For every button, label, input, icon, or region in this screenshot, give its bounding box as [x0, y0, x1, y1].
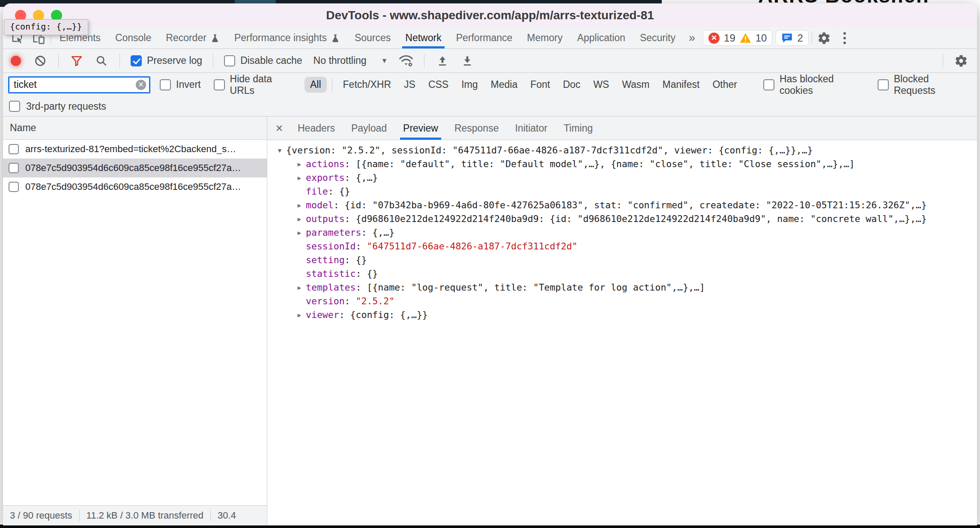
hide-data-urls-control[interactable]: Hide data URLs — [210, 73, 299, 96]
filter-chip-all[interactable]: All — [305, 77, 327, 93]
settings-gear-icon[interactable] — [813, 27, 835, 48]
json-expandable-line[interactable]: ▶viewer: {config: {,…}} — [270, 308, 977, 322]
triangle-collapsed-icon[interactable]: ▶ — [293, 226, 306, 240]
more-tabs-button[interactable]: » — [683, 27, 701, 48]
triangle-collapsed-icon[interactable]: ▶ — [293, 198, 306, 212]
table-row[interactable]: 078e7c5d903954d6c609ca85ce98f16ce955cf27… — [3, 177, 267, 196]
third-party-checkbox[interactable] — [9, 101, 20, 112]
table-row[interactable]: arrs-texturized-81?embed=ticket%2Cbacken… — [3, 140, 267, 159]
detail-tab-response[interactable]: Response — [446, 117, 507, 140]
third-party-row: 3rd-party requests — [3, 96, 977, 117]
json-expandable-line[interactable]: ▶outputs: {d968610e212de124922d214f240ba… — [270, 212, 977, 226]
disable-cache-checkbox[interactable] — [224, 55, 235, 66]
triangle-collapsed-icon[interactable]: ▶ — [293, 281, 306, 294]
request-detail-pane: × HeadersPayloadPreviewResponseInitiator… — [267, 117, 977, 525]
triangle-collapsed-icon[interactable]: ▶ — [293, 212, 306, 226]
export-har-icon[interactable] — [457, 55, 478, 67]
detail-tab-headers[interactable]: Headers — [290, 117, 343, 140]
invert-control[interactable]: Invert — [156, 79, 204, 90]
json-expandable-line[interactable]: ▶parameters: {,…} — [270, 226, 977, 240]
filter-input[interactable] — [8, 76, 150, 93]
filter-chip-css[interactable]: CSS — [423, 77, 454, 93]
preserve-log-checkbox[interactable] — [131, 55, 142, 66]
tab-application[interactable]: Application — [570, 27, 633, 48]
request-row-checkbox[interactable] — [9, 144, 19, 154]
preserve-log-control[interactable]: Preserve log — [127, 55, 206, 66]
request-name: 078e7c5d903954d6c609ca85ce98f16ce955cf27… — [25, 162, 241, 174]
throttling-select[interactable]: No throttling ▼ — [309, 55, 392, 66]
invert-checkbox[interactable] — [160, 79, 171, 90]
filter-chip-other[interactable]: Other — [707, 77, 743, 93]
name-column-header[interactable]: Name — [3, 117, 267, 140]
network-conditions-icon[interactable] — [395, 54, 417, 67]
blocked-requests-checkbox[interactable] — [878, 79, 889, 90]
json-key: actions — [306, 159, 345, 169]
record-button[interactable] — [11, 56, 21, 66]
json-key: sessionId — [306, 241, 356, 252]
triangle-collapsed-icon[interactable]: ▶ — [293, 157, 306, 171]
json-expandable-line[interactable]: ▶templates: [{name: "log-request", title… — [270, 281, 977, 294]
tab-network[interactable]: Network — [398, 27, 448, 48]
json-line: statistic: {} — [270, 267, 977, 281]
request-row-checkbox[interactable] — [9, 163, 19, 173]
filter-chip-img[interactable]: Img — [456, 77, 483, 93]
json-key: parameters — [306, 227, 361, 238]
blocked-requests-control[interactable]: Blocked Requests — [874, 73, 972, 96]
network-settings-gear-icon[interactable] — [950, 54, 972, 68]
detail-tab-initiator[interactable]: Initiator — [507, 117, 555, 140]
triangle-collapsed-icon[interactable]: ▶ — [293, 308, 306, 322]
import-har-icon[interactable] — [432, 55, 453, 67]
detail-tab-timing[interactable]: Timing — [556, 117, 601, 140]
filter-chip-media[interactable]: Media — [485, 77, 523, 93]
json-expandable-line[interactable]: ▶actions: [{name: "default", title: "Def… — [270, 157, 977, 171]
triangle-expanded-icon[interactable]: ▼ — [273, 144, 286, 157]
json-key: templates — [306, 282, 356, 293]
json-text: : {config: {,…}} — [339, 309, 428, 320]
has-blocked-cookies-checkbox[interactable] — [763, 79, 774, 90]
table-row[interactable]: 078e7c5d903954d6c609ca85ce98f16ce955cf27… — [3, 159, 267, 177]
tab-label: Network — [405, 32, 441, 44]
filter-chip-doc[interactable]: Doc — [557, 77, 586, 93]
tab-security[interactable]: Security — [633, 27, 683, 48]
tab-console[interactable]: Console — [108, 27, 158, 48]
json-expandable-line[interactable]: ▶exports: {,…} — [270, 171, 977, 185]
triangle-collapsed-icon[interactable]: ▶ — [293, 171, 306, 185]
tab-performance[interactable]: Performance — [449, 27, 520, 48]
filter-chip-ws[interactable]: WS — [588, 77, 615, 93]
json-key: viewer — [306, 309, 339, 320]
more-options-icon[interactable] — [835, 27, 855, 48]
tab-recorder[interactable]: Recorder — [158, 27, 227, 48]
error-count: 19 — [724, 32, 735, 44]
filter-chip-manifest[interactable]: Manifest — [657, 77, 705, 93]
toolbar-separator — [120, 54, 120, 68]
json-key: statistic — [306, 268, 356, 279]
json-line: version: "2.5.2" — [270, 294, 977, 308]
has-blocked-cookies-control[interactable]: Has blocked cookies — [760, 73, 868, 96]
filter-funnel-icon[interactable] — [66, 55, 87, 66]
filter-chip-fetch-xhr[interactable]: Fetch/XHR — [338, 77, 397, 93]
filter-chip-font[interactable]: Font — [525, 77, 556, 93]
chip-separator — [332, 78, 332, 92]
toolbar-separator — [213, 54, 213, 68]
clear-network-log-icon[interactable] — [30, 55, 51, 67]
search-icon[interactable] — [91, 55, 112, 67]
json-expandable-line[interactable]: ▼{version: "2.5.2", sessionId: "647511d7… — [270, 144, 977, 157]
detail-tab-preview[interactable]: Preview — [395, 117, 446, 140]
tab-memory[interactable]: Memory — [520, 27, 570, 48]
detail-tab-payload[interactable]: Payload — [343, 117, 395, 140]
hide-data-urls-checkbox[interactable] — [214, 79, 225, 90]
errors-warnings-badge[interactable]: ✕ 19 10 — [703, 30, 772, 46]
filter-chip-wasm[interactable]: Wasm — [616, 77, 655, 93]
clear-filter-icon[interactable]: ✕ — [136, 80, 146, 90]
request-row-checkbox[interactable] — [9, 182, 19, 192]
tab-sources[interactable]: Sources — [347, 27, 398, 48]
tab-label: Performance — [456, 32, 513, 44]
tab-performance-insights[interactable]: Performance insights — [227, 27, 347, 48]
json-string-value: "2.5.2" — [356, 296, 395, 306]
filter-chip-js[interactable]: JS — [398, 77, 421, 93]
close-detail-icon[interactable]: × — [269, 117, 290, 140]
json-text: : {} — [356, 268, 378, 279]
issues-badge[interactable]: 2 — [776, 30, 808, 46]
json-expandable-line[interactable]: ▶model: {id: "07b342ba-b969-4a6d-80fe-42… — [270, 198, 977, 212]
disable-cache-control[interactable]: Disable cache — [221, 55, 305, 66]
